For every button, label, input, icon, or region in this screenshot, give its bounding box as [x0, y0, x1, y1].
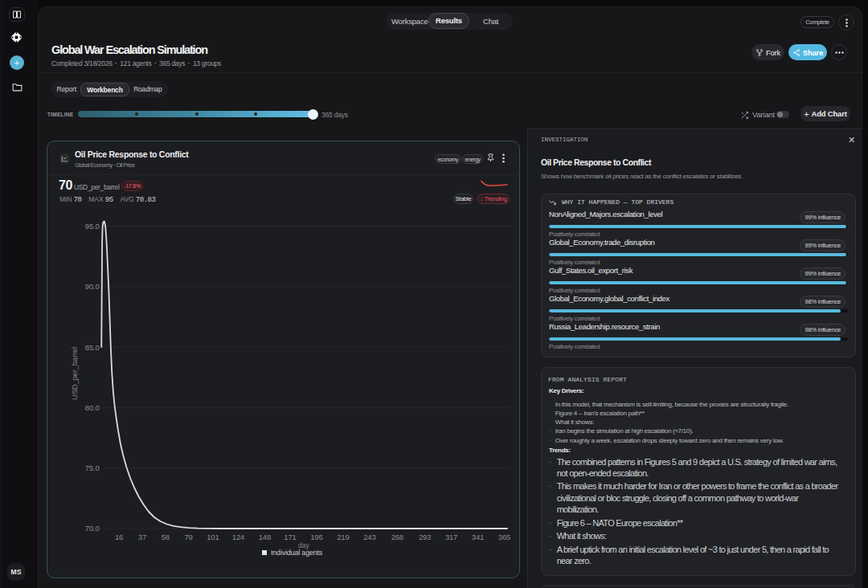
svg-text:365: 365	[498, 533, 510, 541]
svg-text:16: 16	[115, 533, 123, 541]
svg-text:195: 195	[310, 533, 322, 541]
svg-text:124: 124	[232, 533, 244, 541]
svg-text:341: 341	[472, 533, 484, 541]
svg-text:79: 79	[185, 533, 193, 541]
svg-text:101: 101	[207, 533, 219, 541]
svg-text:80.0: 80.0	[85, 403, 100, 412]
svg-text:75.0: 75.0	[85, 463, 100, 472]
svg-text:268: 268	[391, 533, 403, 541]
svg-text:317: 317	[445, 533, 457, 541]
svg-text:70.0: 70.0	[85, 524, 100, 533]
svg-text:58: 58	[162, 533, 170, 541]
svg-text:293: 293	[419, 533, 431, 541]
svg-text:171: 171	[284, 533, 296, 541]
svg-text:243: 243	[363, 533, 375, 541]
svg-text:37: 37	[138, 533, 146, 541]
svg-text:85.0: 85.0	[85, 343, 100, 352]
svg-text:90.0: 90.0	[85, 282, 100, 291]
svg-text:219: 219	[337, 533, 349, 541]
svg-text:95.0: 95.0	[85, 222, 100, 231]
svg-text:148: 148	[259, 533, 271, 541]
